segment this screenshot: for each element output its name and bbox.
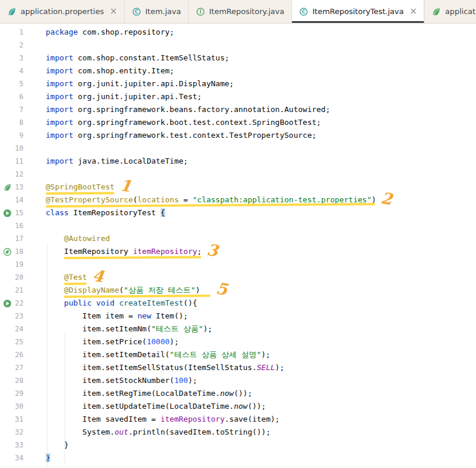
code-text: item.setRegTime(LocalDateTime.now()); <box>46 387 252 400</box>
tab-application-properties-2[interactable]: application.properties <box>424 0 476 23</box>
gutter-space <box>1 168 13 181</box>
code-text: public void createItemTest(){ <box>46 297 197 310</box>
line-number: 16 <box>13 219 23 232</box>
line-number: 19 <box>13 258 23 271</box>
tab-label: ItemRepository.java <box>209 7 284 16</box>
code-text: item.setItemNm("테스트 상품"); <box>46 323 212 335</box>
gutter-space <box>1 387 13 400</box>
line-number: 25 <box>13 335 23 348</box>
code-line: 27 item.setItemSellStatus(ItemSellStatus… <box>0 361 476 374</box>
line-number: 15 <box>13 206 23 219</box>
tab-item-java[interactable]: CItem.java <box>125 0 189 23</box>
code-text: import com.shop.entity.Item; <box>46 65 174 77</box>
code-line: 13@SpringBootTest <box>0 181 476 194</box>
code-text: @Test <box>46 271 87 284</box>
gutter-space <box>1 348 13 361</box>
spring-bean-icon[interactable] <box>3 247 12 256</box>
run-test-icon[interactable] <box>3 209 12 218</box>
close-tab-icon[interactable]: × <box>410 7 417 16</box>
code-text: import java.time.LocalDateTime; <box>46 155 188 168</box>
code-text: @Autowired <box>46 232 110 245</box>
code-editor[interactable]: 1package com.shop.repository;23import co… <box>0 23 476 467</box>
line-number: 8 <box>13 116 23 129</box>
svg-text:I: I <box>199 9 201 15</box>
gutter-space <box>1 77 13 90</box>
code-line: 12 <box>0 168 476 181</box>
code-line: 32 System.out.println(savedItem.toString… <box>0 426 476 439</box>
code-line: 18 ItemRepository itemRepository; <box>0 245 476 258</box>
tab-item-repository-java[interactable]: IItemRepository.java <box>189 0 292 23</box>
spring-leaf-icon[interactable] <box>3 183 12 192</box>
line-number: 28 <box>13 374 23 387</box>
code-line: 10 <box>0 142 476 155</box>
gutter-space <box>1 284 13 297</box>
code-line: 24 item.setItemNm("테스트 상품"); <box>0 323 476 335</box>
gutter-space <box>1 65 13 77</box>
line-number: 7 <box>13 103 23 116</box>
line-number: 13 <box>13 181 23 194</box>
run-test-icon[interactable] <box>3 299 12 308</box>
code-line: 33 } <box>0 439 476 452</box>
line-number: 34 <box>13 452 23 464</box>
editor-tab-bar: application.properties×CItem.javaIItemRe… <box>0 0 476 23</box>
code-text: import org.springframework.boot.test.con… <box>46 116 321 129</box>
line-number: 10 <box>13 142 23 155</box>
code-line: 9import org.springframework.test.context… <box>0 129 476 142</box>
code-text: import com.shop.constant.ItemSellStatus; <box>46 52 229 65</box>
line-number: 18 <box>13 245 23 258</box>
interface-icon: I <box>196 7 205 16</box>
code-line: 26 item.setItemDetail("테스트 상품 상세 설명"); <box>0 348 476 361</box>
code-line: 3import com.shop.constant.ItemSellStatus… <box>0 52 476 65</box>
gutter-space <box>1 439 13 452</box>
svg-text:C: C <box>135 9 138 15</box>
close-tab-icon[interactable]: × <box>110 7 117 16</box>
tab-application-properties[interactable]: application.properties× <box>0 0 125 23</box>
line-number: 5 <box>13 77 23 90</box>
code-text: import org.junit.jupiter.api.Test; <box>46 90 202 103</box>
line-number: 14 <box>13 194 23 206</box>
line-number: 11 <box>13 155 23 168</box>
code-text: @SpringBootTest <box>46 181 114 194</box>
code-line: 5import org.junit.jupiter.api.DisplayNam… <box>0 77 476 90</box>
line-number: 26 <box>13 348 23 361</box>
line-number: 21 <box>13 284 23 297</box>
gutter-space <box>1 400 13 413</box>
line-number: 27 <box>13 361 23 374</box>
line-number: 20 <box>13 271 23 284</box>
code-line: 8import org.springframework.boot.test.co… <box>0 116 476 129</box>
gutter-space <box>1 335 13 348</box>
gutter-space <box>1 26 13 39</box>
code-text: Item item = new Item(); <box>46 310 188 323</box>
line-number: 12 <box>13 168 23 181</box>
code-line: 1package com.shop.repository; <box>0 26 476 39</box>
svg-text:C: C <box>302 9 305 15</box>
code-line: 21 @DisplayName("상품 저장 테스트") <box>0 284 476 297</box>
code-line: 31 Item savedItem = itemRepository.save(… <box>0 413 476 426</box>
code-line: 19 <box>0 258 476 271</box>
tab-label: ItemRepositoryTest.java <box>312 7 404 16</box>
line-number: 33 <box>13 439 23 452</box>
code-line: 11import java.time.LocalDateTime; <box>0 155 476 168</box>
code-text: item.setStockNumber(100); <box>46 374 197 387</box>
code-line: 4import com.shop.entity.Item; <box>0 65 476 77</box>
code-line: 15class ItemRepositoryTest { <box>0 206 476 219</box>
line-number: 22 <box>13 297 23 310</box>
line-number: 29 <box>13 387 23 400</box>
ide-window: application.properties×CItem.javaIItemRe… <box>0 0 476 468</box>
tab-label: application.properties <box>21 7 104 16</box>
tab-label: Item.java <box>145 7 181 16</box>
gutter-space <box>1 310 13 323</box>
tab-item-repository-test-java[interactable]: CItemRepositoryTest.java× <box>292 0 424 23</box>
gutter-space <box>1 155 13 168</box>
run-test-gutter[interactable] <box>1 206 13 219</box>
spring-bean-gutter[interactable] <box>1 245 13 258</box>
spring-leaf-icon <box>431 7 441 16</box>
gutter-space <box>1 52 13 65</box>
gutter-space <box>1 323 13 335</box>
line-number: 2 <box>13 39 23 52</box>
run-test-gutter[interactable] <box>1 297 13 310</box>
code-line: 23 Item item = new Item(); <box>0 310 476 323</box>
code-text: } <box>46 439 69 452</box>
code-line: 6import org.junit.jupiter.api.Test; <box>0 90 476 103</box>
spring-leaf-gutter[interactable] <box>1 181 13 194</box>
